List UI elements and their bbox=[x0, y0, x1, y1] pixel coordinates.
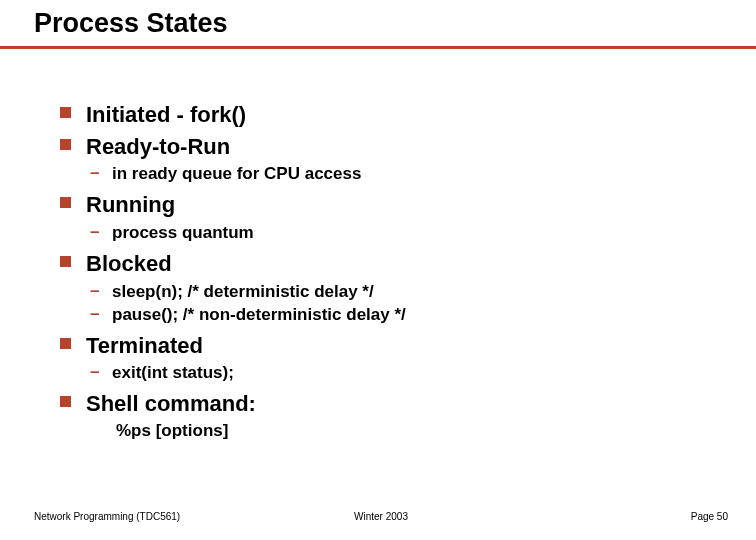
bullet-terminated: Terminated – exit(int status); bbox=[60, 331, 716, 386]
dash-bullet-icon: – bbox=[90, 362, 99, 382]
dash-bullet-icon: – bbox=[90, 163, 99, 183]
bullet-label: Running bbox=[86, 192, 175, 217]
sub-bullet: – in ready queue for CPU access bbox=[90, 163, 716, 186]
bullet-shell-command: Shell command: %ps [options] bbox=[60, 389, 716, 441]
sub-bullet-label: exit(int status); bbox=[112, 363, 234, 382]
footer-course: Network Programming (TDC561) bbox=[34, 511, 180, 522]
bullet-label: Shell command: bbox=[86, 391, 256, 416]
bullet-initiated: Initiated - fork() bbox=[60, 100, 716, 130]
sub-bullet-label: sleep(n); /* deterministic delay */ bbox=[112, 282, 374, 301]
slide-footer: Network Programming (TDC561) Winter 2003… bbox=[34, 511, 728, 522]
square-bullet-icon bbox=[60, 139, 71, 150]
sub-bullet-label: in ready queue for CPU access bbox=[112, 164, 361, 183]
square-bullet-icon bbox=[60, 396, 71, 407]
slide-title: Process States bbox=[34, 8, 756, 39]
dash-bullet-icon: – bbox=[90, 304, 99, 324]
bullet-label: Terminated bbox=[86, 333, 203, 358]
footer-page: Page 50 bbox=[691, 511, 728, 522]
bullet-label: Blocked bbox=[86, 251, 172, 276]
bullet-running: Running – process quantum bbox=[60, 190, 716, 245]
title-underline bbox=[0, 46, 756, 49]
square-bullet-icon bbox=[60, 256, 71, 267]
sub-bullet-label: pause(); /* non-deterministic delay */ bbox=[112, 305, 406, 324]
square-bullet-icon bbox=[60, 197, 71, 208]
dash-bullet-icon: – bbox=[90, 222, 99, 242]
bullet-blocked: Blocked – sleep(n); /* deterministic del… bbox=[60, 249, 716, 327]
slide-content: Initiated - fork() Ready-to-Run – in rea… bbox=[60, 100, 716, 443]
square-bullet-icon bbox=[60, 107, 71, 118]
sub-bullet: – sleep(n); /* deterministic delay */ bbox=[90, 281, 716, 304]
sub-bullet-label: process quantum bbox=[112, 223, 254, 242]
bullet-label: Ready-to-Run bbox=[86, 134, 230, 159]
bullet-ready-to-run: Ready-to-Run – in ready queue for CPU ac… bbox=[60, 132, 716, 187]
sub-bullet: – process quantum bbox=[90, 222, 716, 245]
shell-command-text: %ps [options] bbox=[116, 421, 716, 441]
sub-bullet: – pause(); /* non-deterministic delay */ bbox=[90, 304, 716, 327]
square-bullet-icon bbox=[60, 338, 71, 349]
dash-bullet-icon: – bbox=[90, 281, 99, 301]
sub-bullet: – exit(int status); bbox=[90, 362, 716, 385]
bullet-label: Initiated - fork() bbox=[86, 102, 246, 127]
